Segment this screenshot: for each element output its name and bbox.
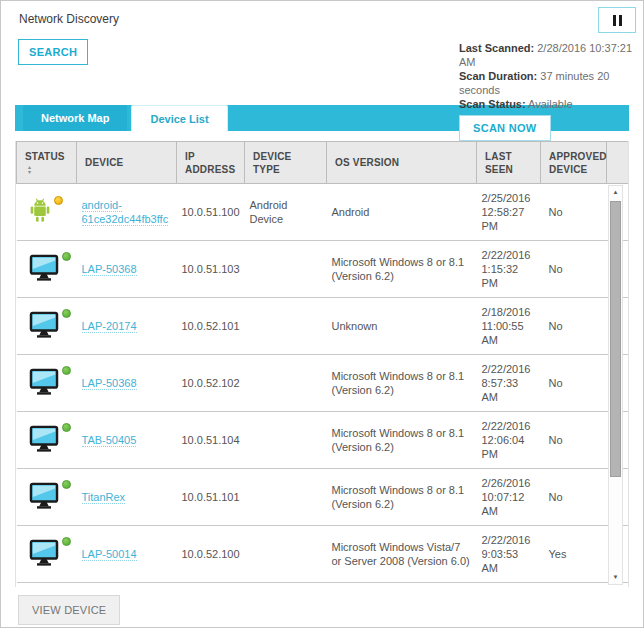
scan-duration-line: Scan Duration: 37 minutes 20 seconds bbox=[459, 69, 643, 97]
status-cell bbox=[17, 526, 77, 583]
device-link[interactable]: LAP-50014 bbox=[82, 548, 137, 561]
table-row[interactable]: LAP-50368 10.0.52.102 Microsoft Windows … bbox=[17, 355, 630, 412]
device-link[interactable]: LAP-50368 bbox=[82, 377, 137, 390]
sort-icon: ▴▾ bbox=[28, 165, 31, 175]
approved-cell: No bbox=[541, 469, 607, 526]
vertical-scrollbar[interactable]: ▲ ▼ bbox=[608, 185, 623, 585]
column-header-os-version[interactable]: OS VERSION bbox=[327, 142, 477, 184]
pause-icon bbox=[613, 15, 622, 26]
status-cell bbox=[17, 298, 77, 355]
device-cell: LAP-50014 bbox=[77, 526, 177, 583]
device-link[interactable]: TAB-50405 bbox=[82, 434, 137, 447]
device-cell: 10.0.52.254 bbox=[77, 583, 177, 588]
tab-device-list[interactable]: Device List bbox=[131, 105, 227, 131]
os-version-cell: Microsoft Windows 8 or 8.1 (Version 6.2) bbox=[327, 469, 477, 526]
table-row[interactable]: LAP-50014 10.0.52.100 Microsoft Windows … bbox=[17, 526, 630, 583]
last-seen-cell: 2/22/2016 9:03:53 AM bbox=[477, 526, 541, 583]
computer-icon bbox=[29, 311, 59, 338]
ip-cell: 10.0.52.101 bbox=[177, 298, 245, 355]
device-table-header: STATUS▴▾ DEVICE IP ADDRESS DEVICE TYPE O… bbox=[17, 142, 630, 184]
scan-duration-label: Scan Duration: bbox=[459, 70, 537, 82]
device-type-cell bbox=[245, 583, 327, 588]
column-header-device-type[interactable]: DEVICE TYPE bbox=[245, 142, 327, 184]
device-table: STATUS▴▾ DEVICE IP ADDRESS DEVICE TYPE O… bbox=[15, 141, 629, 587]
table-row[interactable]: android-61ce32dc44fb3ffc 10.0.51.100 And… bbox=[17, 184, 630, 241]
scan-status-label: Scan Status: bbox=[459, 98, 526, 110]
last-seen-cell: 2/25/2016 12:58:27 PM bbox=[477, 184, 541, 241]
device-icon-slot bbox=[29, 311, 59, 341]
computer-icon bbox=[29, 539, 59, 566]
panel-footer: VIEW DEVICE bbox=[18, 595, 643, 625]
status-indicator bbox=[62, 366, 71, 375]
pause-button[interactable] bbox=[598, 7, 636, 33]
device-type-cell bbox=[245, 469, 327, 526]
status-indicator bbox=[62, 252, 71, 261]
os-version-cell: Android bbox=[327, 184, 477, 241]
scan-status-line: Scan Status: Available bbox=[459, 97, 643, 111]
device-icon-slot bbox=[29, 198, 51, 226]
device-icon-slot bbox=[29, 539, 59, 569]
device-cell: LAP-20174 bbox=[77, 298, 177, 355]
device-link[interactable]: android-61ce32dc44fb3ffc bbox=[82, 199, 169, 226]
status-cell bbox=[17, 469, 77, 526]
table-row[interactable]: LAP-50368 10.0.51.103 Microsoft Windows … bbox=[17, 241, 630, 298]
os-version-cell: Microsoft Windows 8 or 8.1 (Version 6.2) bbox=[327, 355, 477, 412]
device-icon-slot bbox=[29, 482, 59, 512]
status-cell: + bbox=[17, 583, 77, 588]
device-link[interactable]: LAP-20174 bbox=[82, 320, 137, 333]
page-title: Network Discovery bbox=[19, 12, 119, 26]
last-seen-cell: 2/18/2016 11:00:55 AM bbox=[477, 298, 541, 355]
status-indicator bbox=[62, 423, 71, 432]
status-indicator bbox=[62, 309, 71, 318]
ip-cell: 10.0.52.100 bbox=[177, 526, 245, 583]
column-header-device[interactable]: DEVICE bbox=[77, 142, 177, 184]
os-version-cell: Microsoft Windows 8 or 8.1 (Version 6.2) bbox=[327, 412, 477, 469]
table-row[interactable]: LAP-20174 10.0.52.101 Unknown 2/18/2016 … bbox=[17, 298, 630, 355]
last-seen-cell: 2/22/2016 12:06:04 PM bbox=[477, 412, 541, 469]
table-row[interactable]: + 10.0.52.254 10.0.52.254 Linux 3.11 - 3… bbox=[17, 583, 630, 588]
device-table-body: android-61ce32dc44fb3ffc 10.0.51.100 And… bbox=[17, 184, 630, 588]
os-version-cell: Microsoft Windows Vista/7 or Server 2008… bbox=[327, 526, 477, 583]
column-header-spacer bbox=[607, 142, 630, 184]
device-cell: android-61ce32dc44fb3ffc bbox=[77, 184, 177, 241]
approved-cell: No bbox=[541, 184, 607, 241]
column-header-approved-device[interactable]: APPROVED DEVICE bbox=[541, 142, 607, 184]
computer-icon bbox=[29, 254, 59, 281]
device-link[interactable]: TitanRex bbox=[82, 491, 126, 504]
device-type-cell bbox=[245, 526, 327, 583]
approved-cell: No bbox=[541, 412, 607, 469]
status-cell bbox=[17, 184, 77, 241]
scan-now-button[interactable]: SCAN NOW bbox=[459, 115, 551, 141]
view-device-button[interactable]: VIEW DEVICE bbox=[18, 595, 120, 625]
column-header-ip-address[interactable]: IP ADDRESS bbox=[177, 142, 245, 184]
computer-icon bbox=[29, 368, 59, 395]
device-cell: LAP-50368 bbox=[77, 355, 177, 412]
approved-cell: Yes bbox=[541, 526, 607, 583]
ip-cell: 10.0.51.104 bbox=[177, 412, 245, 469]
approved-cell: No bbox=[541, 298, 607, 355]
column-header-last-seen[interactable]: LAST SEEN bbox=[477, 142, 541, 184]
scroll-up-icon[interactable]: ▲ bbox=[609, 186, 622, 199]
search-button[interactable]: SEARCH bbox=[18, 39, 88, 65]
last-seen-cell: 2/22/2016 1:15:32 PM bbox=[477, 241, 541, 298]
scrollbar-thumb[interactable] bbox=[610, 201, 621, 477]
device-cell: TitanRex bbox=[77, 469, 177, 526]
status-indicator bbox=[62, 480, 71, 489]
device-link[interactable]: LAP-50368 bbox=[82, 263, 137, 276]
device-type-cell bbox=[245, 241, 327, 298]
approved-cell: No bbox=[541, 241, 607, 298]
table-row[interactable]: TAB-50405 10.0.51.104 Microsoft Windows … bbox=[17, 412, 630, 469]
os-version-cell: Unknown bbox=[327, 298, 477, 355]
scroll-down-icon[interactable]: ▼ bbox=[609, 571, 622, 584]
android-device-icon bbox=[29, 198, 51, 223]
scan-info: Last Scanned: 2/28/2016 10:37:21 AM Scan… bbox=[459, 41, 643, 141]
last-seen-cell: 2/26/2016 10:07:12 AM bbox=[477, 469, 541, 526]
table-row[interactable]: TitanRex 10.0.51.101 Microsoft Windows 8… bbox=[17, 469, 630, 526]
device-cell: LAP-50368 bbox=[77, 241, 177, 298]
device-type-cell: Android Device bbox=[245, 184, 327, 241]
device-cell: TAB-50405 bbox=[77, 412, 177, 469]
tab-network-map[interactable]: Network Map bbox=[23, 105, 127, 131]
column-header-status[interactable]: STATUS▴▾ bbox=[17, 142, 77, 184]
computer-icon bbox=[29, 425, 59, 452]
scan-status-value: Available bbox=[528, 98, 572, 110]
